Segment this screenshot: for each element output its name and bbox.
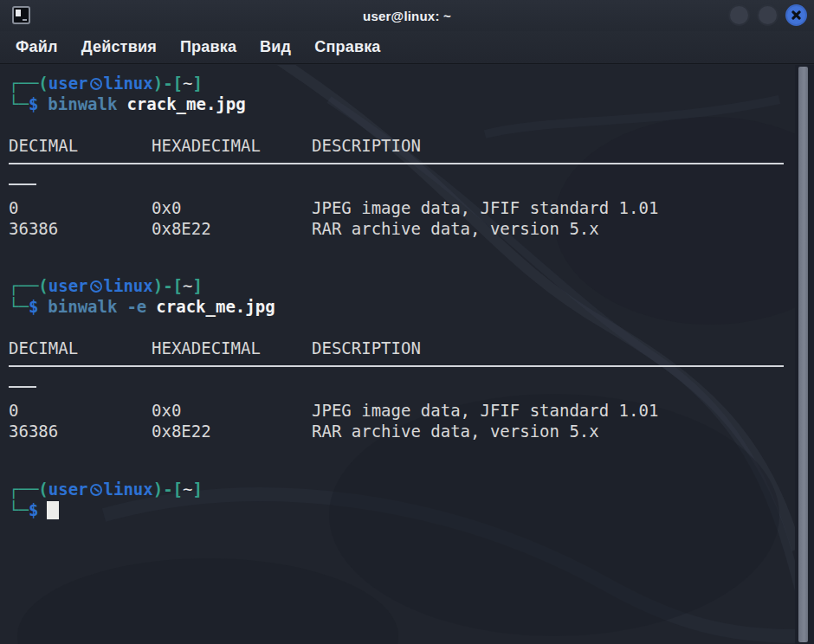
menu-item-view[interactable]: Вид (260, 38, 291, 56)
table-separator-wrap (9, 177, 814, 197)
header-hexadecimal: HEXADECIMAL (152, 135, 312, 156)
table-row: 00x0JPEG image data, JFIF standard 1.01 (9, 400, 814, 421)
command-argument: crack_me.jpg (156, 297, 275, 316)
table-separator-line (9, 358, 814, 379)
kali-at-icon (90, 280, 102, 293)
terminal-cursor (47, 501, 59, 519)
kali-at-icon (90, 484, 102, 496)
terminal-window: user@linux: ~ Файл Действия Правка Вид С… (0, 0, 814, 644)
kali-at-icon (90, 78, 102, 90)
command-block-2: ┌──(userlinux)-[~] └─$binwalk-ecrack_me.… (9, 275, 814, 441)
header-description: DESCRIPTION (312, 338, 421, 357)
menu-item-edit[interactable]: Правка (180, 38, 236, 56)
table-row: 363860x8E22RAR archive data, version 5.x (9, 218, 814, 239)
command-block-3: ┌──(userlinux)-[~] └─$ (9, 479, 814, 520)
prompt-line-2: └─$ (9, 499, 814, 520)
prompt-line-1: ┌──(userlinux)-[~] (9, 73, 814, 93)
table-header-row: DECIMALHEXADECIMALDESCRIPTION (9, 135, 814, 156)
terminal-screen[interactable]: ┌──(userlinux)-[~] └─$binwalkcrack_me.jp… (0, 65, 814, 644)
table-header-row: DECIMALHEXADECIMALDESCRIPTION (9, 338, 814, 358)
close-icon (787, 6, 805, 24)
header-description: DESCRIPTION (312, 136, 421, 155)
prompt-line-1: ┌──(userlinux)-[~] (9, 479, 814, 499)
terminal-output: ┌──(userlinux)-[~] └─$binwalkcrack_me.jp… (0, 65, 814, 644)
prompt-line-2: └─$binwalk-ecrack_me.jpg (9, 296, 814, 317)
menu-item-help[interactable]: Справка (314, 38, 380, 56)
table-row: 363860x8E22RAR archive data, version 5.x (9, 421, 814, 441)
menubar: Файл Действия Правка Вид Справка (0, 31, 814, 64)
prompt-line-2: └─$binwalkcrack_me.jpg (9, 93, 814, 114)
command-text: binwalk (48, 94, 117, 113)
command-flag: -e (126, 297, 146, 316)
command-block-1: ┌──(userlinux)-[~] └─$binwalkcrack_me.jp… (9, 73, 814, 239)
table-separator-line (9, 156, 814, 177)
menu-item-file[interactable]: Файл (16, 38, 58, 56)
header-hexadecimal: HEXADECIMAL (152, 338, 312, 358)
command-argument: crack_me.jpg (126, 94, 245, 113)
table-row: 00x0JPEG image data, JFIF standard 1.01 (9, 197, 814, 218)
maximize-button[interactable] (757, 4, 778, 26)
window-controls (728, 4, 807, 26)
table-separator-wrap (9, 379, 814, 400)
command-text: binwalk (48, 297, 117, 316)
minimize-button[interactable] (728, 4, 750, 26)
menu-item-actions[interactable]: Действия (81, 38, 157, 56)
header-decimal: DECIMAL (9, 338, 152, 358)
prompt-line-1: ┌──(userlinux)-[~] (9, 275, 814, 296)
header-decimal: DECIMAL (9, 135, 152, 156)
close-button[interactable] (785, 4, 807, 26)
titlebar[interactable]: user@linux: ~ (0, 0, 814, 31)
window-title: user@linux: ~ (0, 0, 814, 31)
scrollbar[interactable] (795, 65, 814, 644)
scrollbar-thumb[interactable] (798, 67, 808, 642)
